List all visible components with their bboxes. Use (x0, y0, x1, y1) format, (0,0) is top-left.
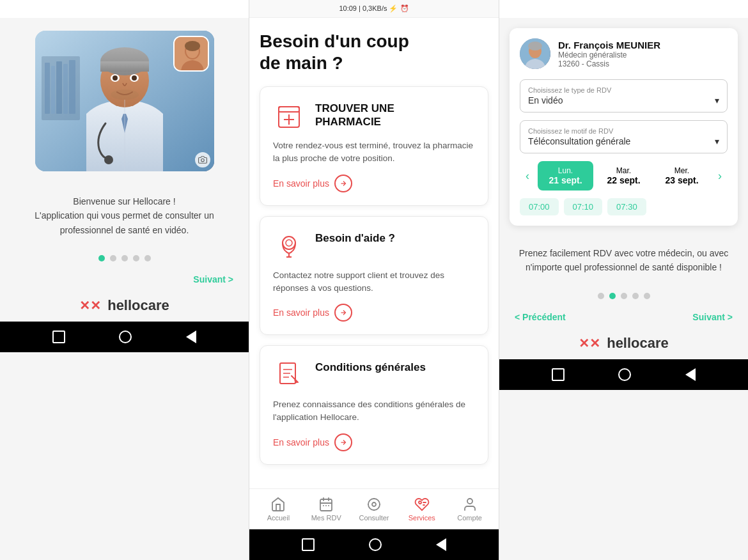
svg-point-42 (368, 499, 380, 510)
left-status-bar (0, 0, 249, 18)
aide-link-text: En savoir plus (273, 307, 329, 318)
cal-day-lun-date: 21 sept. (540, 175, 591, 185)
select-type-field[interactable]: Choisissez le type de RDV En vidéo ▾ (520, 79, 728, 113)
page-title-line2: de main ? (260, 53, 343, 73)
center-sys-square[interactable] (302, 538, 315, 551)
select-type-label: Choisissez le type de RDV (528, 86, 719, 94)
center-sys-circle[interactable] (369, 538, 382, 551)
chevron-down-icon-2: ▾ (715, 136, 719, 146)
center-system-bar (249, 529, 499, 560)
nav-accueil[interactable]: Accueil (259, 497, 297, 522)
right-sys-circle[interactable] (618, 368, 631, 381)
hellocare-logo-icon: ✕✕ (79, 298, 101, 313)
nav-compte-label: Compte (457, 514, 482, 522)
select-motif-value: Téléconsultation générale ▾ (528, 136, 719, 146)
svg-point-15 (111, 89, 139, 100)
pharmacie-link[interactable]: En savoir plus (273, 175, 475, 192)
center-content: Besoin d'un coup de main ? TROUVER UNEPH… (249, 18, 499, 488)
cal-day-lun[interactable]: Lun. 21 sept. (538, 161, 593, 191)
right-sys-triangle[interactable] (685, 368, 696, 381)
nav-compte[interactable]: Compte (451, 497, 489, 522)
dot-2[interactable] (110, 255, 116, 261)
svg-point-48 (419, 501, 421, 504)
hellocare-brand-name: hellocare (107, 297, 169, 314)
conditions-icon (273, 359, 305, 391)
doctor-image (35, 31, 214, 171)
conditions-card: Conditions générales Prenez connaissance… (260, 345, 488, 465)
right-hellocare-name: hellocare (607, 335, 669, 352)
dot-4[interactable] (133, 255, 139, 261)
time-slot-0710[interactable]: 07:10 (564, 198, 603, 215)
pharmacie-arrow-circle (334, 175, 352, 192)
nav-services[interactable]: Services (403, 497, 441, 522)
dot-3[interactable] (121, 255, 128, 261)
camera-icon (195, 152, 210, 167)
right-system-bar (499, 359, 748, 390)
right-sys-square[interactable] (552, 368, 565, 381)
right-dot-5[interactable] (644, 293, 650, 299)
conditions-arrow-circle (334, 433, 352, 451)
right-nav-next[interactable]: Suivant > (692, 312, 733, 322)
right-dot-1[interactable] (598, 293, 604, 299)
nav-accueil-label: Accueil (267, 514, 290, 522)
cal-day-mar[interactable]: Mar. 22 sept. (596, 161, 651, 191)
appointment-text: Prenez facilement RDV avec votre médecin… (499, 236, 748, 285)
right-phone: Dr. François MEUNIER Médecin généraliste… (499, 0, 748, 560)
cal-day-mar-name: Mar. (598, 166, 649, 175)
doctor-details: Dr. François MEUNIER Médecin généraliste… (558, 40, 660, 68)
cal-day-mer[interactable]: Mer. 23 sept. (654, 161, 710, 191)
pharmacie-header: TROUVER UNEPHARMACIE (273, 100, 475, 132)
nav-consulter[interactable]: Consulter (355, 497, 393, 522)
svg-point-43 (372, 502, 376, 506)
doctor-specialty: Médecin généraliste (558, 51, 660, 59)
time-slot-0730[interactable]: 07:30 (607, 198, 646, 215)
time-slot-0700[interactable]: 07:00 (520, 198, 559, 215)
cal-day-mer-name: Mer. (657, 166, 707, 175)
cal-day-mer-date: 23 sept. (657, 175, 707, 185)
dot-1[interactable] (98, 255, 105, 261)
cal-next-btn[interactable]: › (712, 168, 728, 183)
cal-prev-btn[interactable]: ‹ (520, 168, 535, 183)
doctor-name: Dr. François MEUNIER (558, 40, 660, 51)
doctor-avatar (520, 38, 550, 69)
bienvenue-text: Bienvenue sur Hellocare !L'application q… (0, 184, 249, 247)
conditions-title: Conditions générales (315, 359, 426, 374)
small-avatar (173, 36, 209, 72)
aide-card: Besoin d'aide ? Contactez notre support … (260, 216, 488, 336)
conditions-link-text: En savoir plus (273, 437, 329, 447)
left-system-bar (0, 322, 249, 352)
appointment-card: Dr. François MEUNIER Médecin généraliste… (510, 28, 738, 226)
left-sys-triangle[interactable] (186, 331, 196, 343)
svg-point-51 (467, 499, 472, 504)
svg-rect-24 (279, 107, 299, 112)
aide-link[interactable]: En savoir plus (273, 304, 475, 322)
select-motif-field[interactable]: Choisissez le motif de RDV Téléconsultat… (520, 120, 728, 153)
center-sys-triangle[interactable] (436, 538, 446, 551)
right-status-bar (499, 0, 748, 18)
right-nav-prev[interactable]: < Précédent (515, 312, 566, 322)
dot-5[interactable] (144, 255, 151, 261)
left-phone: Bienvenue sur Hellocare !L'application q… (0, 0, 249, 560)
svg-point-21 (185, 41, 200, 51)
calendar-row: ‹ Lun. 21 sept. Mar. 22 sept. Mer. 23 se… (520, 161, 728, 191)
pharmacie-description: Votre rendez-vous est terminé, trouvez l… (273, 139, 475, 166)
aide-icon (273, 229, 305, 261)
cal-day-lun-name: Lun. (540, 166, 591, 175)
left-nav-next[interactable]: Suivant > (0, 269, 249, 290)
nav-services-label: Services (409, 514, 435, 522)
conditions-link[interactable]: En savoir plus (273, 433, 475, 451)
right-dot-2[interactable] (609, 293, 616, 299)
left-dots (0, 255, 249, 261)
aide-header: Besoin d'aide ? (273, 229, 475, 261)
right-dot-3[interactable] (621, 293, 627, 299)
left-sys-square[interactable] (52, 331, 65, 343)
chevron-down-icon: ▾ (715, 95, 719, 105)
svg-point-16 (104, 155, 113, 164)
nav-mes-rdv-label: Mes RDV (311, 514, 341, 522)
left-brand: ✕✕ hellocare (0, 290, 249, 322)
nav-mes-rdv[interactable]: Mes RDV (307, 497, 345, 522)
select-motif-label: Choisissez le motif de RDV (528, 127, 719, 135)
right-dot-4[interactable] (632, 293, 639, 299)
left-sys-circle[interactable] (119, 331, 132, 343)
right-nav-links: < Précédent Suivant > (499, 307, 748, 327)
